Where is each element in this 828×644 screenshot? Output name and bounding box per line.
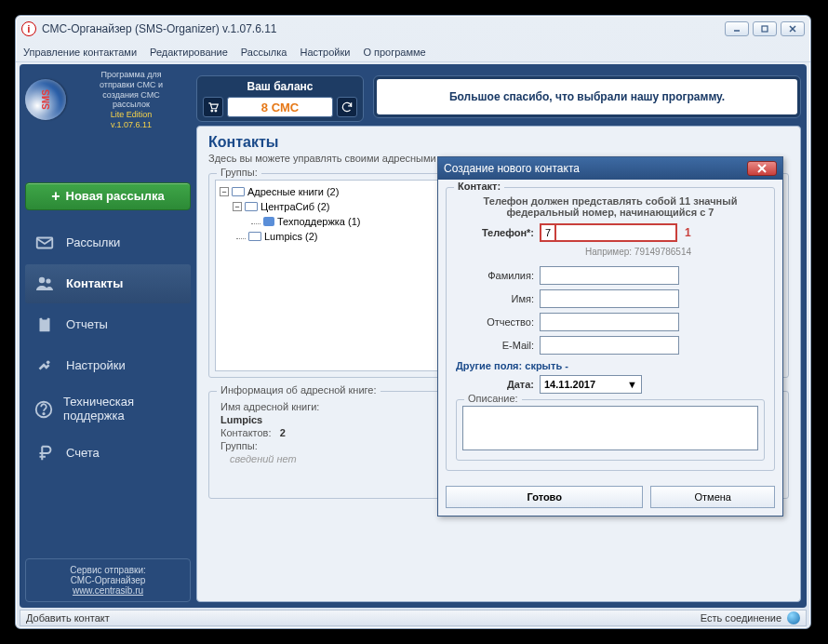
minimize-button[interactable] [725,21,749,36]
date-picker[interactable]: 14.11.2017 ▼ [540,375,642,394]
menu-about[interactable]: О программе [363,47,425,58]
description-input[interactable] [462,406,758,450]
firstname-input[interactable] [540,289,679,308]
ruble-icon [33,441,57,465]
ok-button[interactable]: Готово [446,486,643,508]
titlebar: i СМС-Органайзер (SMS-Organizer) v.1.07.… [16,16,810,42]
new-mailing-button[interactable]: + Новая рассылка [25,182,191,210]
svg-rect-1 [762,26,768,32]
description-fieldset: Описание: [456,399,765,461]
balance-value: 8 СМС [227,97,333,117]
group-icon [263,217,274,226]
middlename-input[interactable] [540,313,679,331]
cart-button[interactable] [203,97,223,117]
thanks-box: Большое спасибо, что выбрали нашу програ… [373,75,801,118]
lastname-input[interactable] [540,266,679,285]
svg-point-9 [47,360,50,364]
status-left: Добавить контакт [26,612,110,624]
phone-input[interactable] [556,223,677,242]
status-right: Есть соединение [701,612,781,624]
app-icon: i [21,21,36,36]
menu-contacts[interactable]: Управление контактами [23,47,137,58]
menubar: Управление контактами Редактирование Рас… [16,42,810,62]
expand-icon[interactable]: − [220,187,229,196]
refresh-button[interactable] [337,97,357,117]
clipboard-icon [33,313,57,337]
svg-point-11 [43,413,44,414]
email-input[interactable] [540,336,679,355]
nav-reports[interactable]: Отчеты [25,305,191,344]
page-title: Контакты [208,134,789,151]
globe-icon [787,611,800,624]
left-panel: SMS Программа дляотправки СМС исоздания … [25,70,191,602]
svg-point-12 [211,110,213,112]
maximize-button[interactable] [753,21,777,36]
nav-support[interactable]: Техническая поддержка [25,387,191,432]
svg-point-5 [39,277,45,283]
menu-settings[interactable]: Настройки [300,47,350,58]
brand-text: Программа дляотправки СМС исоздания СМСр… [72,70,191,130]
nav-bills[interactable]: Счета [25,434,191,473]
brand-block: SMS Программа дляотправки СМС исоздания … [25,70,191,130]
menu-send[interactable]: Рассылка [241,47,287,58]
plug-icon [33,354,57,378]
phone-example: Например: 79149786514 [512,247,765,257]
statusbar: Добавить контакт Есть соединение [20,610,807,626]
book-icon [248,232,261,241]
chevron-down-icon: ▼ [627,379,637,390]
contact-fieldset: Контакт: Телефон должен представлять соб… [446,187,775,471]
service-link[interactable]: www.centrasib.ru [73,585,143,596]
dialog-titlebar: Создание нового контакта [438,157,782,180]
expand-icon[interactable]: − [233,202,242,211]
nav-contacts[interactable]: Контакты [25,264,191,303]
phone-length-counter: 1 [685,226,691,239]
envelope-icon [33,231,57,255]
people-icon [33,272,57,296]
new-contact-dialog: Создание нового контакта Контакт: Телефо… [437,156,783,517]
dialog-close-button[interactable] [747,161,777,176]
nav-mailings[interactable]: Рассылки [25,223,191,262]
svg-rect-7 [40,317,50,331]
phone-prefix-input[interactable] [540,223,556,242]
svg-point-13 [215,110,217,112]
nav-list: Рассылки Контакты Отчеты Настройки Техни… [25,223,191,473]
cancel-button[interactable]: Отмена [650,486,775,508]
service-info: Сервис отправки: СМС-Органайзер www.cent… [25,558,191,602]
book-icon [232,187,245,196]
book-icon [245,202,258,211]
close-button[interactable] [781,21,805,36]
balance-box: Ваш баланс 8 СМС [196,75,364,122]
phone-hint: Телефон должен представлять собой 11 зна… [456,195,765,218]
sms-logo-icon: SMS [25,79,66,120]
window-title: СМС-Органайзер (SMS-Organizer) v.1.07.6.… [42,22,725,35]
nav-settings[interactable]: Настройки [25,346,191,385]
plus-icon: + [51,188,60,205]
svg-rect-8 [42,316,47,320]
menu-edit[interactable]: Редактирование [150,47,228,58]
other-fields-toggle[interactable]: Другие поля: скрыть - [456,360,765,371]
question-icon [33,397,54,422]
svg-point-6 [46,278,50,283]
